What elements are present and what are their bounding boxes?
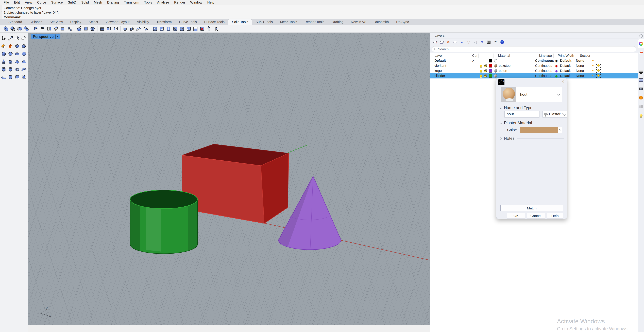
column-current[interactable]: Current (468, 54, 478, 58)
column-linetype[interactable]: Linetype (535, 54, 554, 58)
sun-study-icon[interactable] (638, 93, 644, 102)
material-sphere-icon[interactable] (494, 64, 498, 68)
chevron-down-icon[interactable] (500, 122, 502, 124)
menu-subd[interactable]: SubD (65, 0, 79, 4)
show-solid-edges-icon[interactable] (60, 26, 66, 32)
clipping-sparkle-icon[interactable]: ✦ (591, 64, 595, 68)
move-edge-icon[interactable] (128, 26, 135, 32)
print-color-diamond[interactable]: ◆ (555, 64, 558, 68)
layer-color-swatch[interactable] (489, 64, 492, 68)
layer-light-frame-icon[interactable] (596, 69, 601, 73)
menu-drafting[interactable]: Drafting (104, 0, 121, 4)
close-icon[interactable]: × (561, 79, 564, 84)
boolean-union-icon[interactable] (3, 26, 10, 32)
chevron-down-icon[interactable] (557, 93, 560, 96)
linetype-value[interactable]: Continuous (535, 69, 554, 73)
box-icon[interactable] (14, 43, 20, 50)
tube-icon[interactable] (7, 66, 14, 73)
cone-icon[interactable] (0, 58, 7, 65)
pyramid-icon[interactable] (14, 58, 20, 65)
array-holes-icon[interactable] (185, 26, 192, 32)
section-style-value[interactable]: None (576, 74, 590, 78)
sidebar-grip[interactable] (0, 33, 28, 35)
section-style-value[interactable]: None (576, 69, 590, 73)
array-holes-grid-icon[interactable] (192, 26, 199, 32)
tab-subd-tools[interactable]: SubD Tools (252, 19, 276, 25)
match-button[interactable]: Match (500, 205, 563, 211)
tab-viewport-layout[interactable]: Viewport Layout (102, 19, 133, 25)
wire-cut-icon[interactable] (135, 26, 142, 32)
tab-standard[interactable]: Standard (5, 19, 26, 25)
search-input[interactable] (438, 47, 636, 51)
material-type-value[interactable]: Plaster (549, 112, 560, 116)
menu-render[interactable]: Render (172, 0, 188, 4)
layer-lock-icon[interactable] (484, 70, 486, 72)
layer-row-default[interactable]: Default ✓ Continuous ◆ Default None ✦ (430, 58, 638, 63)
cylinder-object[interactable] (130, 190, 198, 254)
perspective-viewport[interactable]: Perspective ▼ (28, 33, 430, 325)
viewport-title-label[interactable]: Perspective (33, 34, 54, 39)
column-print-width[interactable]: Print Width (554, 54, 576, 58)
boolean-split-icon[interactable] (23, 26, 30, 32)
box-object[interactable] (182, 144, 289, 224)
layer-name[interactable]: vierkant (430, 64, 468, 68)
move-hole-icon[interactable] (172, 26, 178, 32)
ellipsoid-icon[interactable] (14, 50, 20, 57)
delete-layer-icon[interactable]: ✕ (446, 40, 451, 45)
merge-coplanar-faces-icon[interactable] (66, 26, 73, 32)
notes-section[interactable]: Notes (500, 136, 564, 141)
material-name[interactable]: baksteen (499, 64, 512, 68)
material-sphere-icon[interactable] (494, 74, 498, 78)
settings-gear-icon[interactable] (638, 33, 644, 40)
column-layer[interactable]: Layer (430, 54, 468, 58)
color-dropdown-button[interactable] (558, 127, 562, 133)
layer-color-swatch[interactable] (489, 59, 492, 62)
linetype-value[interactable]: Continuous (535, 74, 554, 78)
hexagonal-hole-icon[interactable] (20, 74, 27, 80)
layer-row-kegel[interactable]: kegel beton Continuous ◆ Default None ✦ (430, 68, 638, 74)
print-width-value[interactable]: Default (559, 59, 576, 63)
layer-row-vierkant[interactable]: vierkant baksteen Continuous ◆ Default N… (430, 63, 638, 68)
menu-surface[interactable]: Surface (49, 0, 65, 4)
layer-lock-icon[interactable] (484, 65, 486, 67)
cancel-button[interactable]: Cancel (527, 213, 545, 219)
move-layer-down-icon[interactable]: ▽ (466, 40, 472, 45)
material-type-select[interactable]: Plaster (542, 111, 567, 118)
move-face-icon[interactable] (76, 26, 82, 32)
name-and-type-section[interactable]: Name and Type (500, 106, 564, 110)
tab-drafting[interactable]: Drafting (328, 19, 347, 25)
rotate-hole-icon[interactable] (178, 26, 185, 32)
linetype-value[interactable]: Continuous (535, 64, 554, 68)
menu-window[interactable]: Window (188, 0, 205, 4)
material-preview-select[interactable]: hout (501, 87, 562, 102)
print-color-diamond[interactable]: ◆ (555, 74, 558, 78)
color-swatch[interactable] (520, 127, 558, 133)
solid-corner-icon[interactable] (89, 26, 96, 32)
cplane-widget-icon[interactable] (14, 35, 20, 42)
print-color-diamond[interactable]: ◆ (555, 59, 558, 62)
turn-solid-icon[interactable] (142, 26, 149, 32)
properties-wheel-icon[interactable] (638, 40, 644, 48)
chevron-down-icon[interactable] (500, 106, 502, 109)
print-width-value[interactable]: Default (559, 69, 576, 73)
lights-bulb-icon[interactable] (638, 111, 644, 120)
move-layer-up-icon[interactable]: ▲ (459, 40, 465, 45)
duplicate-layer-icon[interactable] (452, 40, 458, 45)
column-material[interactable]: Material (494, 54, 535, 58)
tab-transform[interactable]: Transform (153, 19, 175, 25)
layer-color-swatch[interactable] (489, 69, 492, 72)
boolean-intersection-icon[interactable] (16, 26, 23, 32)
layer-help-icon[interactable]: ? (500, 40, 505, 45)
tab-cplanes[interactable]: CPlanes (26, 19, 46, 25)
new-sublayer-icon[interactable] (439, 40, 444, 45)
tab-datasmith[interactable]: Datasmith (370, 19, 392, 25)
snapshots-camera-icon[interactable] (638, 84, 644, 93)
pipe-icon[interactable] (20, 66, 27, 73)
make-hole-from-curve-icon[interactable] (158, 26, 165, 32)
help-panel-icon[interactable]: ? (638, 76, 644, 84)
material-sphere-icon[interactable] (494, 69, 498, 72)
tab-display[interactable]: Display (66, 19, 85, 25)
section-style-value[interactable]: None (576, 59, 590, 63)
shell-solid-icon[interactable] (53, 26, 60, 32)
extrusion-icon[interactable] (14, 74, 20, 80)
